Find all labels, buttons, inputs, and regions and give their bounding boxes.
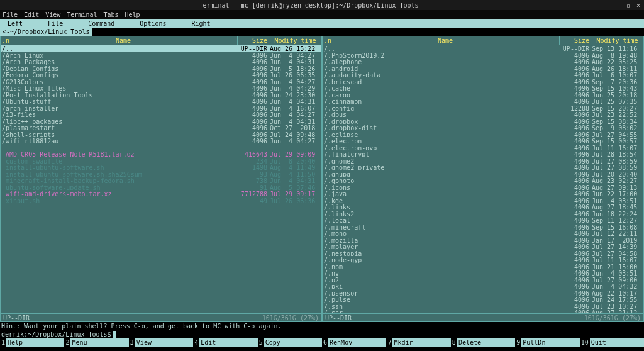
fkey-copy[interactable]: 5Copy [258, 338, 322, 347]
file-row[interactable]: /.npm4096Jun 21 15:00 [323, 263, 643, 270]
menu-file[interactable]: File [3, 11, 18, 19]
file-row[interactable]: /..UP--DIRSep 13 11:16 [323, 45, 643, 52]
menu-view[interactable]: View [45, 11, 60, 19]
file-row[interactable]: /plasmarestart4096Oct 27 2018 [1, 124, 321, 131]
file-row[interactable]: /Ubuntu-stuff4096Jun 4 04:31 [1, 98, 321, 104]
file-row[interactable]: /.cache4096Sep 15 10:43 [323, 84, 643, 91]
menu-help[interactable]: Help [125, 11, 140, 19]
file-row[interactable]: /.audacity-data4096Jul 6 10:07 [323, 71, 643, 78]
file-row[interactable]: wifi-amd-drivers-mobo.tar.xz7712788Jul 2… [1, 190, 321, 197]
file-row[interactable]: /.pki4096Jun 4 04:32 [323, 282, 643, 289]
col-size[interactable]: Size [559, 36, 592, 45]
file-row[interactable]: /.ssr4096Aug 27 21:12 [323, 309, 643, 313]
fkey-view[interactable]: 3View [129, 338, 193, 347]
fkey-pulldn[interactable]: 9PullDn [515, 338, 579, 347]
mc-menu-options[interactable]: Options [140, 20, 166, 28]
file-row[interactable]: /.electron4096Sep 15 00:57 [323, 137, 643, 144]
file-row[interactable]: xinput.sh49Jul 26 06:36 [1, 197, 321, 204]
fkey-mkdir[interactable]: 7Mkdir [386, 338, 450, 347]
file-row[interactable]: /.local4096Sep 11 12:27 [323, 216, 643, 223]
fkey-edit[interactable]: 4Edit [193, 338, 257, 347]
file-row[interactable]: /.p24096Jul 27 09:00 [323, 276, 643, 283]
file-row[interactable]: /.gnome24096Jul 27 08:59 [323, 157, 643, 164]
col-name[interactable]: Name [331, 36, 559, 45]
file-name: install-ubuntu-software.sh.sha256sum [2, 170, 237, 177]
file-row[interactable]: /..UP--DIRAug 26 15:22 [1, 45, 321, 52]
shell-prompt[interactable]: derrik:~/Dropbox/Linux Tools$ [0, 330, 644, 338]
mc-menu-right[interactable]: Right [192, 20, 211, 28]
file-row[interactable]: /.android4096Aug 26 18:11 [323, 65, 643, 72]
file-row[interactable]: /shell-scripts4096Jul 24 09:48 [1, 131, 321, 138]
file-row[interactable]: /G213Colors4096Jun 4 04:27 [1, 78, 321, 85]
file-row[interactable]: /.ssh4096Jul 23 10:27 [323, 303, 643, 309]
file-row[interactable]: /.config12288Sep 15 20:27 [323, 104, 643, 111]
file-row[interactable] [1, 144, 321, 151]
file-row[interactable]: /Debian Configs4096Jun 5 18:26 [1, 65, 321, 72]
file-row[interactable]: /.java4096Jun 22 17:00 [323, 190, 643, 197]
file-row[interactable]: /Fedora Configs4096Jul 26 06:35 [1, 71, 321, 78]
file-row[interactable]: /.minecraft4096Sep 15 16:08 [323, 223, 643, 230]
file-row[interactable]: /.gnome2_private4096Jul 27 08:59 [323, 164, 643, 170]
file-row[interactable]: /.alephone4096Aug 22 05:25 [323, 58, 643, 65]
file-row[interactable]: /.gphoto4096Aug 23 02:27 [323, 177, 643, 184]
left-panel-path[interactable]: <-~/Dropbox/Linux Tools [0, 28, 92, 36]
file-row[interactable]: /Arch Packages4096Jun 4 04:31 [1, 58, 321, 65]
file-row[interactable]: /libc++ packages4096Jun 4 04:31 [1, 118, 321, 125]
file-row[interactable]: /.mplayer4096Jul 27 14:39 [323, 243, 643, 250]
file-row[interactable]: /.nv4096Jun 4 03:51 [323, 269, 643, 276]
file-row[interactable]: /.cargo4096Jun 25 20:18 [323, 91, 643, 98]
col-name[interactable]: Name [9, 36, 237, 45]
file-row[interactable]: /.eclipse4096Jul 27 04:55 [323, 131, 643, 138]
file-row[interactable]: /wifi-rtl8812au4096Jun 4 04:27 [1, 137, 321, 144]
file-row[interactable]: /.mozilla4096Jan 17 2019 [323, 237, 643, 243]
file-size: 4096 [237, 124, 270, 131]
file-row[interactable]: /.links4096Aug 27 18:45 [323, 203, 643, 210]
close-icon[interactable]: × [635, 1, 641, 9]
file-name: /.nestopia [324, 250, 559, 257]
file-row[interactable]: minecraft-install-backup-fedora.sh738Jun… [1, 177, 321, 184]
file-row[interactable]: /Misc Linux files4096Jun 4 04:29 [1, 84, 321, 91]
file-row[interactable]: /i3-files4096Jun 4 04:27 [1, 111, 321, 118]
menu-tabs[interactable]: Tabs [103, 11, 118, 19]
file-row[interactable]: custom-swapfile234Jul 8 20:40 [1, 157, 321, 164]
file-row[interactable]: /Arch Linux4096Jun 4 04:27 [1, 52, 321, 58]
file-row[interactable]: /.dropbox-dist4096Sep 9 08:02 [323, 124, 643, 131]
file-row[interactable]: /.nestopia4096Jul 27 04:58 [323, 250, 643, 257]
col-mtime[interactable]: Modify time [592, 36, 642, 45]
file-row[interactable]: /.icons4096Aug 27 09:13 [323, 184, 643, 191]
file-row[interactable]: /.dbus4096Jul 23 22:52 [323, 111, 643, 118]
fkey-menu[interactable]: 2Menu [64, 338, 128, 347]
file-row[interactable]: /.kde4096Jun 4 03:51 [323, 197, 643, 204]
menu-edit[interactable]: Edit [24, 11, 39, 19]
file-row[interactable]: /.pulse4096Jun 24 17:55 [323, 296, 643, 303]
file-row[interactable]: install-ubuntu-software.sh.sha256sum93Au… [1, 170, 321, 177]
file-row[interactable]: /.gnupg4096Jul 20 20:40 [323, 170, 643, 177]
file-row[interactable]: /.node-gyp4096Jul 11 16:07 [323, 256, 643, 263]
mc-menu-command[interactable]: Command [88, 20, 114, 28]
file-row[interactable]: /Post Installation Tools4096Jun 24 23:30 [1, 91, 321, 98]
file-row[interactable]: /.bricscad4096Sep 7 20:36 [323, 78, 643, 85]
file-row[interactable]: /.mono4096Jul 12 22:11 [323, 230, 643, 237]
file-row[interactable]: /.PhpStorm2019.24096Aug 8 19:48 [323, 52, 643, 58]
file-row[interactable]: AMD CRO5 Release Note-R5181.tar.gz416643… [1, 150, 321, 157]
mc-menu-left[interactable]: Left [8, 20, 23, 28]
file-row[interactable]: /.psensor4096Aug 22 10:17 [323, 289, 643, 296]
file-row[interactable]: install-ubuntu-software.sh1498Aug 4 11:4… [1, 164, 321, 170]
menu-terminal[interactable]: Terminal [67, 11, 97, 19]
fkey-renmov[interactable]: 6RenMov [322, 338, 386, 347]
col-mtime[interactable]: Modify time [270, 36, 320, 45]
maximize-icon[interactable]: ▫ [625, 1, 631, 9]
minimize-icon[interactable]: — [615, 1, 621, 9]
file-row[interactable]: /.electron-gyp4096Jul 11 16:07 [323, 144, 643, 151]
file-row[interactable]: /.finalcrypt4096Jul 28 18:54 [323, 150, 643, 157]
file-row[interactable]: /.links24096Jun 18 22:24 [323, 210, 643, 217]
file-row[interactable]: /.cinnamon4096Jul 25 07:35 [323, 98, 643, 104]
mc-menu-file[interactable]: File [48, 20, 63, 28]
fkey-quit[interactable]: 10Quit [580, 338, 644, 347]
fkey-delete[interactable]: 8Delete [451, 338, 515, 347]
col-size[interactable]: Size [237, 36, 270, 45]
file-row[interactable]: ubuntu-software-update.sh91Aug 5 07:46 [1, 184, 321, 191]
file-row[interactable]: /.dropbox4096Sep 15 08:34 [323, 118, 643, 125]
file-row[interactable]: /arch-installer4096Jun 4 16:07 [1, 104, 321, 111]
fkey-help[interactable]: 1Help [0, 338, 64, 347]
